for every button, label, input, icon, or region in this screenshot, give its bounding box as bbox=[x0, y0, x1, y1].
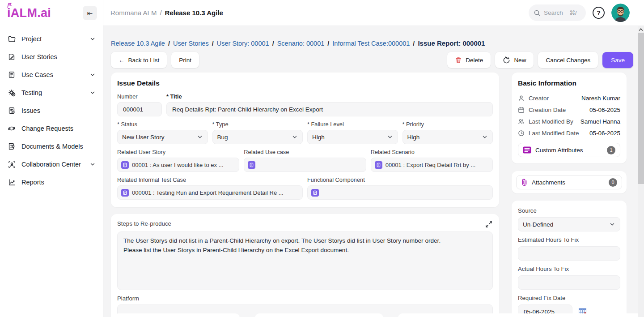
search-box[interactable]: ⌘/ bbox=[529, 4, 586, 21]
basic-information-card: Basic Information Creator Naresh Kumar C… bbox=[512, 73, 627, 163]
sidebar-item-testing[interactable]: Testing bbox=[0, 84, 103, 102]
left-column: Issue Details Number * Title * Status Ne… bbox=[111, 73, 499, 317]
save-label: Save bbox=[611, 57, 625, 64]
chevron-down-icon bbox=[197, 134, 203, 140]
source-select[interactable]: Un-Defined bbox=[518, 217, 620, 231]
related-user-story-label: Related User Story bbox=[117, 149, 239, 155]
sidebar-header: iALM.ai ⇤ bbox=[0, 0, 103, 24]
new-button[interactable]: New bbox=[495, 52, 534, 68]
type-select[interactable]: Bug bbox=[212, 130, 303, 144]
related-scenario-field[interactable]: 00001 : Export Req Detail Rrt by ... bbox=[371, 158, 493, 172]
number-field[interactable] bbox=[117, 102, 162, 116]
trash-icon bbox=[455, 56, 462, 64]
cancel-changes-button[interactable]: Cancel Changes bbox=[538, 52, 598, 68]
cancel-changes-label: Cancel Changes bbox=[546, 57, 590, 64]
breadcrumb-user-story[interactable]: User Story: 00001 bbox=[217, 40, 269, 47]
breadcrumb-separator: / bbox=[272, 40, 274, 47]
last-modified-by-label: Last Modified By bbox=[529, 118, 573, 125]
testing-gear-icon bbox=[7, 88, 16, 97]
user-avatar[interactable] bbox=[611, 4, 630, 22]
priority-select[interactable]: High bbox=[402, 130, 493, 144]
collapse-sidebar-icon: ⇤ bbox=[87, 9, 93, 17]
print-button[interactable]: Print bbox=[171, 52, 199, 68]
chevron-down-icon bbox=[89, 36, 96, 42]
estimated-hours-field[interactable] bbox=[518, 246, 620, 261]
sidebar-item-use-cases[interactable]: Use Cases bbox=[0, 66, 103, 84]
status-value: New User Story bbox=[122, 134, 165, 141]
sidebar-item-label: Use Cases bbox=[21, 71, 84, 78]
avatar-image bbox=[611, 4, 630, 22]
estimated-hours-label: Estimated Hours To Fix bbox=[518, 236, 620, 243]
search-input[interactable] bbox=[544, 9, 566, 16]
attachments-button[interactable]: Attachments 0 bbox=[516, 175, 622, 189]
back-to-list-label: Back to List bbox=[128, 57, 160, 64]
sidebar-item-label: Collaboration Center bbox=[21, 161, 84, 168]
reports-icon bbox=[7, 178, 16, 187]
actual-hours-field[interactable] bbox=[518, 275, 620, 290]
related-user-story-value: 00001 : As user I would like to ex ... bbox=[132, 162, 224, 168]
last-modified-by-value: Samuel Hanna bbox=[580, 118, 620, 125]
custom-attributes-label: Custom Attributes bbox=[535, 147, 583, 154]
vertical-scrollbar[interactable] bbox=[638, 26, 644, 317]
attachments-count-badge: 0 bbox=[609, 178, 617, 187]
breadcrumb-user-stories[interactable]: User Stories bbox=[173, 40, 209, 47]
topbar-actions: ⌘/ ? bbox=[529, 4, 637, 22]
creation-date-label: Creation Date bbox=[529, 107, 566, 113]
sidebar-item-user-stories[interactable]: User Stories bbox=[0, 48, 103, 66]
sidebar-item-change-requests[interactable]: Change Requests bbox=[0, 120, 103, 137]
steps-textarea[interactable]: The User Storys did not list in a Parent… bbox=[117, 231, 493, 290]
back-arrow-icon: ← bbox=[119, 57, 125, 64]
breadcrumb-current: Issue Report: 000001 bbox=[418, 39, 485, 47]
documents-models-icon bbox=[7, 142, 16, 151]
last-modified-date-label: Last Modified Date bbox=[529, 130, 579, 137]
scrollbar-thumb[interactable] bbox=[638, 33, 644, 184]
sidebar-item-reports[interactable]: Reports bbox=[0, 173, 103, 191]
custom-attributes-button[interactable]: Custom Attributes 1 bbox=[518, 143, 620, 157]
status-select[interactable]: New User Story bbox=[117, 130, 208, 144]
source-value: Un-Defined bbox=[523, 221, 553, 228]
breadcrumb-scenario[interactable]: Scenario: 00001 bbox=[277, 40, 325, 47]
help-button[interactable]: ? bbox=[593, 7, 605, 19]
related-use-case-field[interactable] bbox=[244, 158, 366, 172]
sidebar-item-project[interactable]: Project bbox=[0, 30, 103, 48]
related-item-icon bbox=[375, 161, 382, 169]
chevron-down-icon bbox=[89, 161, 96, 167]
delete-button[interactable]: Delete bbox=[447, 52, 491, 68]
failure-level-select[interactable]: High bbox=[307, 130, 398, 144]
breadcrumb-separator: / bbox=[327, 40, 329, 47]
sidebar-item-label: User Stories bbox=[21, 53, 96, 60]
related-informal-test-case-field[interactable]: 000001 : Testing Run and Export Requirem… bbox=[117, 185, 303, 200]
actual-hours-label: Actual Hours To Fix bbox=[518, 266, 620, 272]
related-item-icon bbox=[121, 161, 129, 169]
number-label: Number bbox=[117, 93, 162, 100]
last-modified-date-value: 05-06-2025 bbox=[589, 130, 620, 137]
next-section-card-peek bbox=[114, 313, 240, 317]
sidebar-nav: Project User Stories Use Cases Testing I… bbox=[0, 24, 103, 191]
functional-component-field[interactable] bbox=[307, 185, 493, 200]
save-button[interactable]: Save bbox=[602, 52, 633, 68]
logo-flag-icon bbox=[7, 3, 13, 8]
breadcrumb-informal-test-case[interactable]: Informal Test Case:000001 bbox=[332, 40, 410, 47]
breadcrumb-separator: / bbox=[168, 40, 170, 47]
related-scenario-value: 00001 : Export Req Detail Rrt by ... bbox=[386, 162, 476, 168]
breadcrumb-separator: / bbox=[413, 40, 415, 47]
scrollbar-up-arrow[interactable] bbox=[638, 26, 644, 33]
breadcrumb-separator: / bbox=[212, 40, 214, 47]
sidebar-item-collaboration-center[interactable]: Collaboration Center bbox=[0, 155, 103, 173]
app-logo[interactable]: iALM.ai bbox=[7, 6, 51, 20]
back-to-list-button[interactable]: ← Back to List bbox=[111, 52, 167, 68]
next-section-card-peek bbox=[255, 313, 383, 317]
expand-button[interactable] bbox=[485, 220, 493, 228]
sidebar-item-documents-models[interactable]: Documents & Models bbox=[0, 137, 103, 155]
sidebar-item-label: Project bbox=[21, 35, 84, 43]
sidebar-collapse-button[interactable]: ⇤ bbox=[83, 6, 97, 20]
related-user-story-field[interactable]: 00001 : As user I would like to ex ... bbox=[117, 158, 239, 172]
type-label: * Type bbox=[212, 121, 303, 128]
steps-label: Steps to Re-produce bbox=[117, 220, 171, 227]
breadcrumb: Rommana ALM / Release 10.3 Agile bbox=[110, 9, 223, 17]
title-field[interactable] bbox=[166, 102, 493, 116]
breadcrumb-app[interactable]: Rommana ALM bbox=[110, 9, 157, 17]
breadcrumb-release[interactable]: Release 10.3 Agile bbox=[111, 40, 165, 47]
sidebar-item-issues[interactable]: Issues bbox=[0, 102, 103, 120]
steps-card: Steps to Re-produce The User Storys did … bbox=[111, 214, 499, 317]
